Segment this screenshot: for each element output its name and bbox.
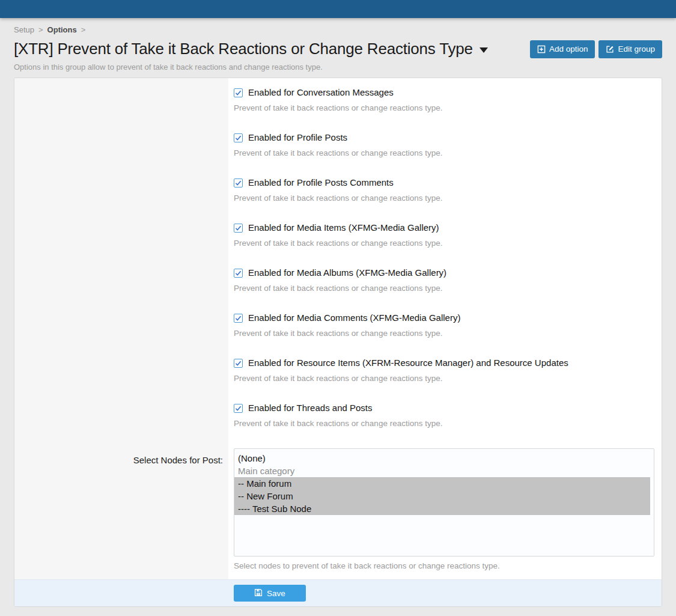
listbox-option[interactable]: ---- Test Sub Node [234,502,650,515]
checkbox-checked-icon[interactable] [234,224,243,233]
checkbox-checked-icon[interactable] [234,178,243,188]
page-description: Options in this group allow to prevent o… [14,63,662,72]
option-row-content-cell: Enabled for Profile Posts Comments Preve… [228,168,662,213]
option-row-content-cell: Enabled for Media Comments (XFMG-Media G… [228,303,662,349]
checkbox-checked-icon[interactable] [234,404,243,413]
save-floppy-icon [254,588,263,599]
checkbox-checked-icon[interactable] [234,133,243,142]
checkbox-field[interactable]: Enabled for Threads and Posts [234,402,654,414]
option-explain-text: Prevent of take it back reactions or cha… [234,148,654,158]
option-label[interactable]: Enabled for Resource Items (XFRM-Resourc… [248,357,568,369]
option-label[interactable]: Enabled for Media Items (XFMG-Media Gall… [248,222,439,234]
option-row-label-cell [14,168,228,213]
admin-top-bar [0,0,676,18]
chevron-down-icon[interactable] [480,47,488,53]
option-explain-text: Prevent of take it back reactions or cha… [234,328,654,338]
checkbox-field[interactable]: Enabled for Media Albums (XFMG-Media Gal… [234,267,654,279]
checkbox-checked-icon[interactable] [234,314,243,323]
breadcrumb-setup[interactable]: Setup [14,25,34,34]
header-buttons: Add option Edit group [530,40,662,58]
option-row-label-cell [14,258,228,303]
option-explain-text: Prevent of take it back reactions or cha… [234,103,654,113]
node-select-row: Select Nodes for Post: (None) Main categ… [14,439,662,579]
option-row-label-cell [14,349,228,394]
checkbox-field[interactable]: Enabled for Media Items (XFMG-Media Gall… [234,222,654,234]
edit-group-label: Edit group [618,44,655,53]
option-row-content-cell: Enabled for Conversation Messages Preven… [228,78,662,123]
option-row: Enabled for Profile Posts Prevent of tak… [14,123,662,168]
checkbox-field[interactable]: Enabled for Resource Items (XFRM-Resourc… [234,357,654,369]
checkbox-field[interactable]: Enabled for Profile Posts [234,132,654,144]
option-group-menu-trigger[interactable]: [XTR] Prevent of Take it Back Reactions … [14,40,488,58]
breadcrumb-separator: > [38,25,43,34]
option-row-content-cell: Enabled for Resource Items (XFRM-Resourc… [228,349,662,394]
checkbox-field[interactable]: Enabled for Conversation Messages [234,87,654,99]
option-row-content-cell: Enabled for Media Albums (XFMG-Media Gal… [228,258,662,303]
node-select-listbox[interactable]: (None) Main category -- Main forum -- Ne… [234,448,654,557]
option-row: Enabled for Resource Items (XFRM-Resourc… [14,349,662,394]
option-row: Enabled for Profile Posts Comments Preve… [14,168,662,213]
save-button[interactable]: Save [234,585,306,602]
options-panel: Enabled for Conversation Messages Preven… [14,78,662,607]
option-row-label-cell [14,123,228,168]
option-label[interactable]: Enabled for Profile Posts [248,132,347,144]
breadcrumb-options[interactable]: Options [47,25,77,34]
option-rows: Enabled for Conversation Messages Preven… [14,78,662,439]
option-label[interactable]: Enabled for Threads and Posts [248,402,373,414]
option-row-content-cell: Enabled for Threads and Posts Prevent of… [228,394,662,439]
save-button-label: Save [267,589,285,598]
option-row-content-cell: Enabled for Media Items (XFMG-Media Gall… [228,213,662,258]
option-row: Enabled for Threads and Posts Prevent of… [14,394,662,439]
option-row-label-cell [14,213,228,258]
checkbox-field[interactable]: Enabled for Profile Posts Comments [234,177,654,189]
node-select-content-cell: (None) Main category -- Main forum -- Ne… [228,439,662,579]
option-row: Enabled for Media Albums (XFMG-Media Gal… [14,258,662,303]
page-header: Setup>Options> [XTR] Prevent of Take it … [0,18,676,72]
add-option-label: Add option [549,44,588,53]
page-title: [XTR] Prevent of Take it Back Reactions … [14,40,473,58]
node-select-label-cell: Select Nodes for Post: [14,439,228,579]
option-label[interactable]: Enabled for Media Albums (XFMG-Media Gal… [248,267,446,279]
save-row: Save [14,579,662,606]
option-explain-text: Prevent of take it back reactions or cha… [234,238,654,248]
listbox-option[interactable]: -- New Forum [234,490,650,502]
option-explain-text: Prevent of take it back reactions or cha… [234,418,654,428]
option-explain-text: Prevent of take it back reactions or cha… [234,283,654,293]
plus-square-icon [537,45,546,53]
option-explain-text: Prevent of take it back reactions or cha… [234,193,654,203]
listbox-option[interactable]: (None) [234,452,650,465]
option-row: Enabled for Media Comments (XFMG-Media G… [14,303,662,349]
node-select-label: Select Nodes for Post: [133,455,223,465]
option-row: Enabled for Conversation Messages Preven… [14,78,662,123]
option-explain-text: Prevent of take it back reactions or cha… [234,373,654,383]
listbox-option[interactable]: -- Main forum [234,477,650,490]
option-row-content-cell: Enabled for Profile Posts Prevent of tak… [228,123,662,168]
checkbox-checked-icon[interactable] [234,269,243,278]
option-row-label-cell [14,303,228,349]
checkbox-field[interactable]: Enabled for Media Comments (XFMG-Media G… [234,312,654,324]
node-select-explain-text: Select nodes to prevent of take it back … [234,561,654,571]
option-row-label-cell [14,78,228,123]
breadcrumb-separator: > [81,25,86,34]
edit-group-button[interactable]: Edit group [598,40,662,58]
option-label[interactable]: Enabled for Conversation Messages [248,87,394,99]
option-row-label-cell [14,394,228,439]
breadcrumb: Setup>Options> [14,25,662,34]
listbox-option[interactable]: Main category [234,465,650,477]
title-row: [XTR] Prevent of Take it Back Reactions … [14,40,662,58]
option-label[interactable]: Enabled for Profile Posts Comments [248,177,394,189]
option-row: Enabled for Media Items (XFMG-Media Gall… [14,213,662,258]
checkbox-checked-icon[interactable] [234,359,243,368]
edit-pencil-icon [606,45,614,53]
checkbox-checked-icon[interactable] [234,88,243,97]
option-label[interactable]: Enabled for Media Comments (XFMG-Media G… [248,312,460,324]
add-option-button[interactable]: Add option [530,40,595,58]
